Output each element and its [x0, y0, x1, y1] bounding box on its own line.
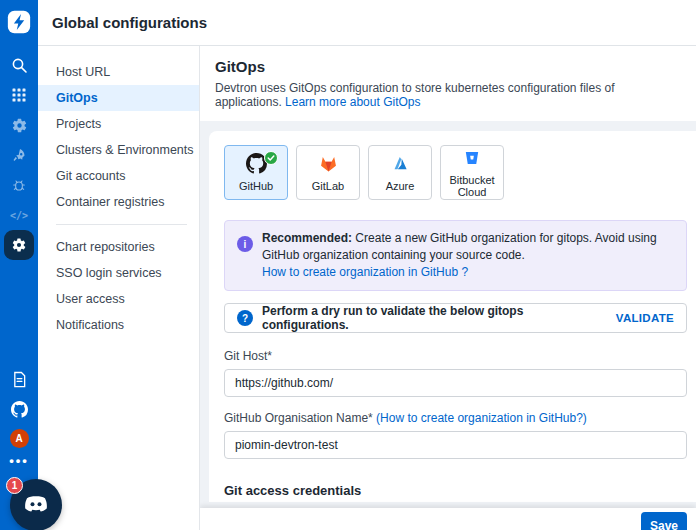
gitops-header: GitOps Devtron uses GitOps configuration…: [200, 46, 696, 121]
dry-run-bar: ? Perform a dry run to validate the belo…: [224, 303, 687, 333]
sidebar-item-chart-repositories[interactable]: Chart repositories: [38, 234, 199, 260]
provider-label: Bitbucket Cloud: [441, 174, 503, 198]
sidebar-item-sso-login-services[interactable]: SSO login services: [38, 260, 199, 286]
org-name-group: GitHub Organisation Name* (How to create…: [224, 411, 687, 459]
gitlab-logo-icon: [318, 153, 339, 177]
org-help-link[interactable]: (How to create organization in GitHub?): [376, 411, 587, 425]
stack-manager-gear-icon[interactable]: [4, 110, 34, 140]
primary-rail: </> A •••: [0, 0, 38, 530]
sidebar-item-projects[interactable]: Projects: [38, 111, 199, 137]
top-bar: Global configurations: [38, 0, 696, 46]
section-description: Devtron uses GitOps configuration to sto…: [215, 81, 680, 109]
info-icon: i: [237, 236, 253, 252]
git-host-group: Git Host*: [224, 349, 687, 397]
azure-logo-icon: [390, 153, 411, 177]
git-host-label: Git Host*: [224, 349, 687, 363]
sidebar-item-clusters-environments[interactable]: Clusters & Environments: [38, 137, 199, 163]
org-name-input[interactable]: [224, 431, 687, 459]
org-name-label: GitHub Organisation Name*: [224, 411, 373, 425]
provider-card-github[interactable]: GitHub: [224, 145, 288, 200]
avatar[interactable]: A: [10, 429, 29, 448]
global-config-gear-icon[interactable]: [4, 230, 34, 260]
main-content: GitOps Devtron uses GitOps configuration…: [200, 46, 696, 530]
deploy-rocket-icon[interactable]: [4, 140, 34, 170]
learn-more-link[interactable]: Learn more about GitOps: [285, 95, 420, 109]
page-title: Global configurations: [52, 14, 207, 31]
bitbucket-logo-icon: [462, 148, 482, 171]
provider-card-gitlab[interactable]: GitLab: [296, 145, 360, 200]
section-title: GitOps: [215, 58, 680, 75]
docs-file-icon[interactable]: [4, 369, 34, 389]
provider-label: GitLab: [312, 180, 344, 192]
devtron-logo-icon[interactable]: [5, 8, 33, 36]
save-button[interactable]: Save: [641, 512, 687, 530]
provider-card-azure[interactable]: Azure: [368, 145, 432, 200]
sidebar-item-notifications[interactable]: Notifications: [38, 312, 199, 338]
recommendation-banner: i Recommended: Create a new GitHub organ…: [224, 220, 687, 291]
provider-selector: GitHub GitLab Azure: [224, 145, 687, 200]
create-org-link[interactable]: How to create organization in GitHub ?: [262, 265, 468, 279]
sidebar-item-git-accounts[interactable]: Git accounts: [38, 163, 199, 189]
sidebar-item-host-url[interactable]: Host URL: [38, 59, 199, 85]
provider-label: Azure: [386, 180, 415, 192]
sidebar-item-gitops[interactable]: GitOps: [38, 85, 199, 111]
gitops-form-card: GitHub GitLab Azure: [209, 131, 696, 502]
form-footer: Save: [200, 508, 696, 530]
recommendation-prefix: Recommended:: [262, 231, 352, 245]
github-icon[interactable]: [4, 399, 34, 419]
sidebar-item-container-registries[interactable]: Container registries: [38, 189, 199, 215]
apps-grid-icon[interactable]: [4, 80, 34, 110]
gitops-card-wrap: GitHub GitLab Azure: [200, 121, 696, 508]
config-sidebar: Host URL GitOps Projects Clusters & Envi…: [38, 46, 200, 530]
provider-label: GitHub: [239, 180, 273, 192]
chat-badge: 1: [6, 477, 23, 494]
security-bug-icon[interactable]: [4, 170, 34, 200]
search-icon[interactable]: [4, 50, 34, 80]
validate-button[interactable]: VALIDATE: [616, 312, 674, 324]
selected-check-icon: [264, 151, 278, 165]
provider-card-bitbucket[interactable]: Bitbucket Cloud: [440, 145, 504, 200]
credentials-title: Git access credentials: [224, 483, 687, 498]
sidebar-divider: [56, 224, 187, 225]
sidebar-item-user-access[interactable]: User access: [38, 286, 199, 312]
question-icon: ?: [237, 310, 253, 326]
dry-run-text: Perform a dry run to validate the below …: [262, 304, 607, 332]
git-host-input[interactable]: [224, 369, 687, 397]
more-options-icon[interactable]: •••: [9, 458, 29, 464]
code-icon[interactable]: </>: [4, 200, 34, 230]
